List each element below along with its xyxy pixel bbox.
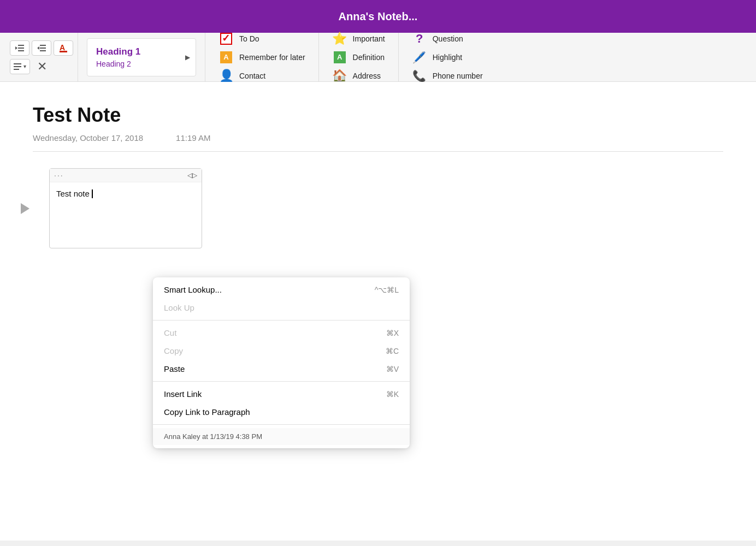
cm-paste[interactable]: Paste ⌘V [153, 360, 410, 378]
cm-cut-shortcut: ⌘X [386, 329, 399, 337]
cm-paste-shortcut: ⌘V [386, 365, 399, 373]
cm-copy-link-label: Copy Link to Paragraph [164, 407, 250, 417]
svg-marker-3 [15, 46, 17, 50]
font-color-button[interactable]: A [54, 40, 73, 56]
svg-text:A: A [60, 43, 65, 52]
tag-todo[interactable]: To Do [218, 31, 305, 46]
cm-paste-label: Paste [164, 364, 185, 373]
fmt-row-2: ▾ ✕ [10, 59, 73, 74]
address-icon: 🏠 [332, 68, 347, 84]
tag-phone[interactable]: 📞 Phone number [412, 68, 483, 84]
note-title: Test Note [33, 104, 723, 127]
indent-button[interactable] [32, 40, 51, 56]
heading-arrow: ▶ [185, 54, 190, 61]
note-date: Wednesday, October 17, 2018 [33, 133, 143, 143]
note-body[interactable]: Test note [50, 182, 202, 248]
cm-section-lookup: Smart Lookup... ^⌥⌘L Look Up [153, 277, 410, 321]
svg-marker-7 [37, 46, 39, 50]
heading1-label: Heading 1 [96, 46, 140, 57]
note-content: Test note [56, 189, 90, 198]
cm-copy-link[interactable]: Copy Link to Paragraph [153, 403, 410, 421]
tag-address[interactable]: 🏠 Address [332, 68, 385, 84]
tag-contact[interactable]: 👤 Contact [218, 68, 305, 84]
heading-labels: Heading 1 Heading 2 [96, 46, 140, 68]
phone-icon: 📞 [412, 68, 427, 84]
cm-footer-text: Anna Kaley at 1/13/19 4:38 PM [153, 428, 410, 445]
tags-col-1: To Do A Remember for later 👤 Contact [210, 27, 314, 88]
remember-label: Remember for later [239, 53, 305, 62]
formatting-section: A ▾ ✕ [5, 33, 78, 81]
cm-smart-lookup[interactable]: Smart Lookup... ^⌥⌘L [153, 281, 410, 299]
heading-dropdown[interactable]: Heading 1 Heading 2 ▶ [87, 38, 196, 76]
cm-insert-link[interactable]: Insert Link ⌘K [153, 385, 410, 403]
tags-section-3: ? Question 🖊️ Highlight 📞 Phone number [399, 33, 496, 81]
note-time: 11:19 AM [176, 133, 210, 143]
tags-section-2: ⭐ Important A Definition 🏠 Address [319, 33, 399, 81]
todo-label: To Do [239, 34, 259, 43]
text-cursor [92, 189, 93, 198]
todo-icon [218, 31, 234, 46]
contact-label: Contact [239, 72, 265, 80]
tag-remember[interactable]: A Remember for later [218, 50, 305, 65]
app-title: Anna's Noteb... [339, 10, 418, 23]
tags-col-3: ? Question 🖊️ Highlight 📞 Phone number [403, 27, 492, 88]
tag-question[interactable]: ? Question [412, 31, 483, 46]
tag-important[interactable]: ⭐ Important [332, 31, 385, 46]
tag-highlight[interactable]: 🖊️ Highlight [412, 50, 483, 65]
highlight-label: Highlight [433, 53, 462, 62]
outdent-button[interactable] [10, 40, 29, 56]
cm-section-footer: Anna Kaley at 1/13/19 4:38 PM [153, 425, 410, 448]
note-container-header: ··· ◁▷ [50, 169, 202, 182]
important-label: Important [353, 34, 385, 43]
cm-copy-shortcut: ⌘C [386, 347, 399, 355]
highlight-icon: 🖊️ [412, 50, 427, 65]
tag-arrow-indicator [21, 203, 29, 214]
contact-icon: 👤 [218, 68, 234, 84]
cm-look-up-label: Look Up [164, 303, 194, 312]
definition-icon: A [332, 50, 347, 65]
cm-section-edit: Cut ⌘X Copy ⌘C Paste ⌘V [153, 321, 410, 382]
main-content: Test Note Wednesday, October 17, 2018 11… [0, 82, 756, 541]
headings-section: Heading 1 Heading 2 ▶ [78, 33, 205, 81]
collapse-arrows[interactable]: ◁▷ [187, 171, 197, 179]
note-container[interactable]: ··· ◁▷ Test note [49, 168, 202, 248]
drag-handle: ··· [54, 171, 64, 180]
cm-cut: Cut ⌘X [153, 324, 410, 342]
question-icon: ? [412, 31, 427, 46]
note-wrapper: ··· ◁▷ Test note Smart Lookup... ^⌥⌘L Lo… [33, 168, 202, 248]
definition-label: Definition [353, 53, 385, 62]
cm-look-up: Look Up [153, 299, 410, 317]
paragraph-style-button[interactable]: ▾ [10, 59, 30, 74]
cm-copy-label: Copy [164, 346, 183, 355]
cm-smart-lookup-shortcut: ^⌥⌘L [375, 286, 399, 294]
fmt-row-1: A [10, 40, 73, 56]
cm-cut-label: Cut [164, 328, 176, 337]
cm-insert-link-label: Insert Link [164, 389, 202, 399]
svg-rect-9 [60, 51, 67, 52]
question-label: Question [433, 34, 463, 43]
context-menu: Smart Lookup... ^⌥⌘L Look Up Cut ⌘X Copy… [153, 277, 410, 448]
tag-definition[interactable]: A Definition [332, 50, 385, 65]
clear-formatting-button[interactable]: ✕ [32, 59, 52, 74]
format-buttons: A ▾ ✕ [10, 40, 73, 74]
cm-smart-lookup-label: Smart Lookup... [164, 285, 222, 294]
remember-icon: A [218, 50, 234, 65]
toolbar: A ▾ ✕ Heading [0, 33, 756, 82]
heading2-label: Heading 2 [96, 60, 140, 68]
tags-col-2: ⭐ Important A Definition 🏠 Address [323, 27, 394, 88]
cm-section-link: Insert Link ⌘K Copy Link to Paragraph [153, 382, 410, 425]
note-metadata: Wednesday, October 17, 2018 11:19 AM [33, 133, 723, 152]
phone-label: Phone number [433, 72, 483, 80]
cm-insert-link-shortcut: ⌘K [386, 390, 399, 399]
address-label: Address [353, 72, 381, 80]
cm-copy: Copy ⌘C [153, 342, 410, 360]
tags-section-1: To Do A Remember for later 👤 Contact [205, 33, 319, 81]
important-icon: ⭐ [332, 31, 347, 46]
